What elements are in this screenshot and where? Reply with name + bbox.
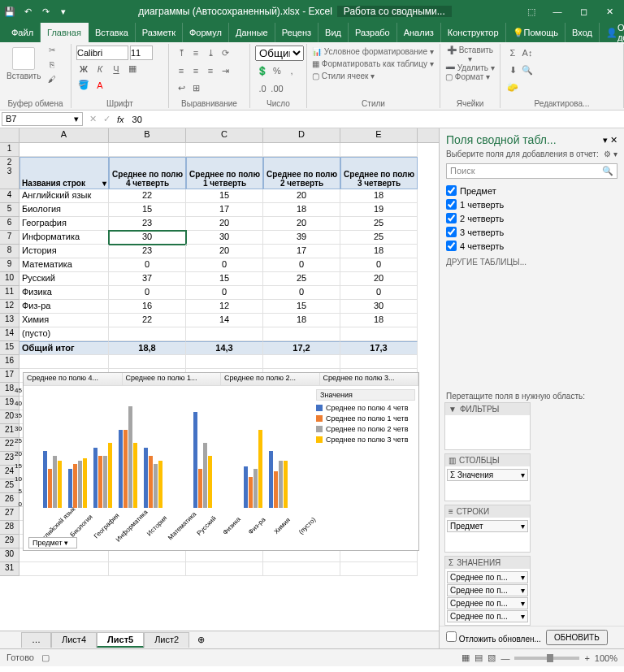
cell[interactable] [186,143,263,157]
cell[interactable]: 22 [109,189,186,203]
save-icon[interactable]: 💾 [3,5,16,18]
conditional-formatting-button[interactable]: 📊 Условное форматирование ▾ [312,46,434,58]
field-checkbox[interactable]: 3 четверть [446,225,618,239]
cell[interactable] [263,355,340,369]
worksheet-grid[interactable]: ABCDE 123Названия строк▾Среднее по полю … [0,128,439,648]
cell[interactable] [340,562,418,576]
cell[interactable]: 18 [340,189,418,203]
row-header[interactable]: 17 [0,369,20,383]
row-header[interactable]: 10 [0,272,20,286]
align-right-icon[interactable]: ≡ [203,63,218,78]
format-painter-icon[interactable]: 🖌 [46,75,58,88]
cell[interactable]: 15 [109,203,186,217]
task-pane-close-icon[interactable]: ▾ ✕ [603,135,618,145]
cell[interactable] [263,143,340,157]
cell[interactable]: 16 [109,300,186,314]
undo-icon[interactable]: ↶ [21,5,34,18]
cell[interactable]: 17 [263,245,340,258]
align-center-icon[interactable]: ≡ [188,63,203,78]
filters-area[interactable]: ▼ ФИЛЬТРЫ [444,402,531,450]
row-header[interactable]: 11 [0,286,20,300]
cell[interactable]: 18,8 [109,341,186,355]
menu-tab-Данные[interactable]: Данные [229,23,275,42]
menu-tab-Главная[interactable]: Главная [41,23,89,42]
row-header[interactable]: 31 [0,562,20,576]
italic-button[interactable]: К [93,62,107,76]
chart-filter-button[interactable]: Предмет ▾ [28,537,77,548]
row-header[interactable]: 12 [0,300,20,314]
menu-tab-Разрабо[interactable]: Разрабо [349,23,397,42]
cell[interactable]: 14,3 [186,341,263,355]
cell[interactable] [186,562,263,576]
cell[interactable]: 17,3 [340,341,418,355]
rows-area[interactable]: ≡ СТРОКИ Предмет▾ [444,505,531,553]
cell[interactable]: 30 [340,300,418,314]
formula-input[interactable]: 30 [129,115,624,124]
cell[interactable]: Английский язык [20,189,109,203]
cell[interactable] [109,355,186,369]
cell[interactable]: 23 [109,245,186,258]
row-header[interactable]: 29 [0,535,20,548]
row-header[interactable]: 16 [0,355,20,369]
cell[interactable] [186,355,263,369]
redo-icon[interactable]: ↷ [39,5,52,18]
cell[interactable]: 0 [340,286,418,300]
zoom-slider[interactable] [514,657,579,660]
cell[interactable] [109,562,186,576]
column-header[interactable]: E [340,128,418,142]
cell[interactable] [20,562,109,576]
cell[interactable]: 25 [340,231,418,245]
area-field-item[interactable]: Σ Значения▾ [447,469,528,481]
column-header[interactable]: C [186,128,263,142]
new-sheet-button[interactable]: ⊕ [189,635,213,645]
pivot-chart[interactable]: Среднее по полю 4...Среднее по полю 1...… [23,372,419,551]
cell[interactable]: 25 [263,272,340,286]
update-button[interactable]: ОБНОВИТЬ [546,630,608,645]
view-layout-icon[interactable]: ▤ [474,652,483,663]
cell[interactable]: 0 [186,286,263,300]
cell[interactable]: Математика [20,258,109,272]
cell[interactable]: 12 [186,300,263,314]
sheet-tab[interactable]: Лист4 [51,632,97,648]
cell[interactable]: 17,2 [263,341,340,355]
merge-icon[interactable]: ⊞ [188,80,203,95]
format-as-table-button[interactable]: ▦ Форматировать как таблицу ▾ [312,58,434,70]
cell[interactable] [263,562,340,576]
cell[interactable]: 15 [186,189,263,203]
columns-area[interactable]: ▥ СТОЛБЦЫ Σ Значения▾ [444,453,531,501]
font-size-input[interactable] [130,46,153,60]
number-format-select[interactable]: Общий [255,46,304,61]
underline-button[interactable]: Ч [109,62,124,76]
minimize-icon[interactable]: — [546,2,569,21]
view-normal-icon[interactable]: ▦ [462,652,470,663]
cell[interactable]: Физ-ра [20,300,109,314]
cell[interactable]: 20 [340,272,418,286]
zoom-level[interactable]: 100% [595,653,618,663]
row-header[interactable]: 28 [0,521,20,535]
delete-cells-button[interactable]: ➖ Удалить ▾ [445,63,495,72]
cell[interactable] [186,327,263,341]
fill-color-button[interactable]: 🪣 [76,78,91,93]
row-header[interactable]: 27 [0,507,20,521]
field-checkbox[interactable]: 4 четверть [446,239,618,253]
name-box[interactable]: B7▾ [2,112,83,126]
area-field-item[interactable]: Среднее по п...▾ [447,584,528,596]
bold-button[interactable]: Ж [76,62,91,76]
cell[interactable]: 18 [263,314,340,327]
cell[interactable]: Химия [20,314,109,327]
field-checkbox[interactable]: 2 четверть [446,211,618,225]
font-color-button[interactable]: A [93,78,107,93]
currency-icon[interactable]: 💲 [255,64,270,79]
cell[interactable]: 25 [340,217,418,231]
cut-icon[interactable]: ✂ [46,46,58,59]
autosum-icon[interactable]: Σ [505,46,520,60]
cell[interactable]: 22 [109,314,186,327]
cell[interactable] [340,327,418,341]
align-bottom-icon[interactable]: ⤓ [203,46,218,61]
orientation-icon[interactable]: ⟳ [218,46,232,61]
enter-formula-icon[interactable]: ✓ [103,114,110,124]
values-area[interactable]: Σ ЗНАЧЕНИЯ Среднее по п...▾Среднее по п.… [444,556,531,626]
qat-more-icon[interactable]: ▾ [57,5,70,18]
row-header[interactable]: 1 [0,143,20,157]
cell[interactable]: (пусто) [20,327,109,341]
